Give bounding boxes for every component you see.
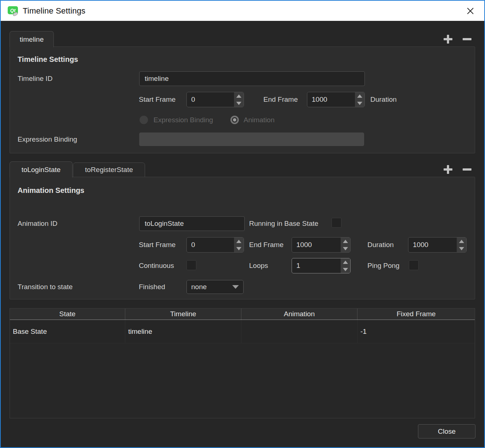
transition-to-state-label: Transition to state bbox=[18, 283, 73, 291]
remove-timeline-icon[interactable] bbox=[462, 34, 472, 44]
add-animation-icon[interactable] bbox=[443, 164, 453, 175]
column-header-fixed-frame[interactable]: Fixed Frame bbox=[358, 309, 475, 320]
spin-up-icon[interactable] bbox=[234, 92, 244, 100]
add-timeline-icon[interactable] bbox=[443, 34, 453, 44]
close-icon bbox=[466, 7, 474, 15]
spin-buttons bbox=[355, 92, 364, 107]
start-frame-label: Start Frame bbox=[139, 241, 175, 249]
spin-up-icon[interactable] bbox=[355, 92, 364, 100]
qt-logo-icon: Qt bbox=[7, 5, 19, 17]
start-frame-value: 0 bbox=[187, 92, 234, 107]
spin-down-icon[interactable] bbox=[355, 100, 364, 107]
tab-tologinstate-label: toLoginState bbox=[22, 166, 61, 174]
timeline-settings-panel: Timeline Settings Timeline ID Start Fram… bbox=[10, 46, 475, 153]
spin-up-icon[interactable] bbox=[341, 238, 350, 245]
column-header-timeline[interactable]: Timeline bbox=[125, 309, 241, 320]
table-row[interactable]: Base State timeline -1 bbox=[10, 320, 475, 343]
running-in-base-state-checkbox[interactable] bbox=[332, 218, 341, 228]
start-frame-spinbox[interactable]: 0 bbox=[186, 237, 244, 253]
continuous-label: Continuous bbox=[139, 262, 174, 270]
end-frame-label: End Frame bbox=[249, 241, 284, 249]
loops-spinbox[interactable]: 1 bbox=[292, 258, 351, 273]
spin-buttons bbox=[340, 258, 350, 273]
dropdown-arrow-icon bbox=[232, 285, 239, 289]
animation-settings-panel: Animation Settings Animation ID Running … bbox=[10, 177, 475, 299]
start-frame-value: 0 bbox=[187, 238, 234, 252]
column-header-state[interactable]: State bbox=[10, 309, 125, 320]
loops-label: Loops bbox=[249, 262, 268, 270]
window-title: Timeline Settings bbox=[23, 6, 85, 16]
loops-value: 1 bbox=[292, 258, 340, 273]
column-header-animation[interactable]: Animation bbox=[241, 309, 358, 320]
duration-label: Duration bbox=[370, 96, 397, 104]
timeline-tab-bar: timeline bbox=[10, 31, 475, 47]
expression-binding-radio[interactable] bbox=[140, 116, 148, 124]
animation-settings-heading: Animation Settings bbox=[18, 186, 84, 195]
timeline-tab-actions bbox=[443, 34, 472, 44]
title-bar: Qt Timeline Settings bbox=[1, 1, 484, 21]
spin-down-icon[interactable] bbox=[234, 100, 244, 107]
duration-value: 1000 bbox=[408, 238, 456, 252]
continuous-checkbox[interactable] bbox=[186, 260, 196, 270]
spin-buttons bbox=[234, 92, 244, 107]
spin-up-icon[interactable] bbox=[234, 238, 244, 245]
ping-pong-checkbox[interactable] bbox=[409, 260, 419, 270]
end-frame-spinbox[interactable]: 1000 bbox=[307, 92, 365, 107]
animation-radio-label: Animation bbox=[244, 116, 275, 124]
duration-spinbox[interactable]: 1000 bbox=[408, 237, 467, 253]
close-button[interactable]: Close bbox=[418, 424, 475, 438]
timeline-id-label: Timeline ID bbox=[18, 75, 52, 83]
finished-state-value: none bbox=[191, 283, 232, 291]
animation-tab-actions bbox=[443, 164, 472, 175]
svg-text:Qt: Qt bbox=[10, 8, 16, 13]
spin-buttons bbox=[456, 238, 466, 252]
end-frame-value: 1000 bbox=[307, 92, 355, 107]
close-button-label: Close bbox=[438, 428, 456, 436]
end-frame-spinbox[interactable]: 1000 bbox=[292, 237, 351, 253]
animation-id-input[interactable] bbox=[139, 216, 245, 231]
tab-timeline-label: timeline bbox=[20, 36, 44, 44]
spin-buttons bbox=[234, 238, 244, 252]
cell-fixed-frame[interactable]: -1 bbox=[358, 320, 475, 343]
animation-radio[interactable] bbox=[230, 116, 239, 124]
running-in-base-state-label: Running in Base State bbox=[249, 220, 318, 228]
spin-up-icon[interactable] bbox=[457, 238, 466, 245]
timeline-settings-heading: Timeline Settings bbox=[18, 55, 78, 64]
window-close-button[interactable] bbox=[459, 1, 481, 21]
end-frame-value: 1000 bbox=[292, 238, 340, 252]
expression-binding-radio-label: Expression Binding bbox=[153, 116, 213, 124]
finished-label: Finished bbox=[139, 283, 165, 291]
spin-down-icon[interactable] bbox=[234, 245, 244, 252]
tab-toregisterstate[interactable]: toRegisterState bbox=[73, 163, 145, 177]
animation-tab-bar: toLoginState toRegisterState bbox=[10, 161, 475, 177]
duration-label: Duration bbox=[367, 241, 394, 249]
tab-toregisterstate-label: toRegisterState bbox=[85, 166, 133, 174]
spin-down-icon[interactable] bbox=[457, 245, 466, 252]
ping-pong-label: Ping Pong bbox=[367, 262, 400, 270]
expression-binding-input[interactable] bbox=[139, 132, 364, 146]
cell-animation[interactable] bbox=[241, 320, 358, 343]
finished-state-dropdown[interactable]: none bbox=[186, 280, 244, 294]
states-table: State Timeline Animation Fixed Frame Bas… bbox=[10, 308, 475, 418]
spin-down-icon[interactable] bbox=[341, 245, 350, 252]
remove-animation-icon[interactable] bbox=[462, 164, 472, 175]
start-frame-label: Start Frame bbox=[139, 96, 175, 104]
start-frame-spinbox[interactable]: 0 bbox=[186, 92, 244, 107]
expression-binding-field-label: Expression Binding bbox=[18, 135, 77, 143]
tab-tologinstate[interactable]: toLoginState bbox=[10, 161, 73, 178]
cell-timeline[interactable]: timeline bbox=[125, 320, 241, 343]
dialog-body: timeline Timeline Settings Timeline ID S… bbox=[1, 21, 484, 447]
timeline-settings-dialog: Qt Timeline Settings timeline Timeline S… bbox=[0, 0, 485, 448]
spin-up-icon[interactable] bbox=[341, 258, 350, 266]
timeline-id-input[interactable] bbox=[139, 71, 365, 86]
states-table-header: State Timeline Animation Fixed Frame bbox=[10, 309, 475, 320]
cell-state[interactable]: Base State bbox=[10, 320, 125, 343]
spin-buttons bbox=[340, 238, 350, 252]
end-frame-label: End Frame bbox=[263, 96, 298, 104]
animation-id-label: Animation ID bbox=[18, 220, 58, 228]
spin-down-icon[interactable] bbox=[341, 266, 350, 273]
tab-timeline[interactable]: timeline bbox=[10, 31, 54, 47]
